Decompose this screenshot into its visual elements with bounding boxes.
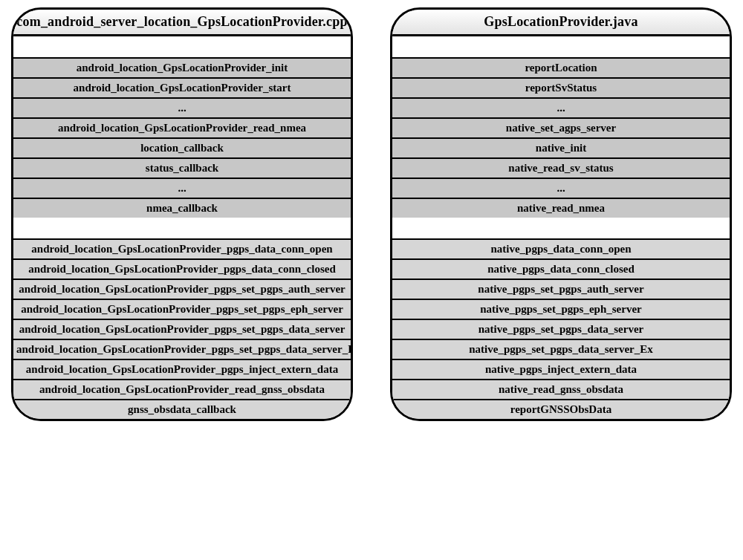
list-item: native_read_nmea [392,198,730,219]
list-item: native_pgps_data_conn_closed [392,258,730,280]
list-item: location_callback [13,137,351,159]
list-item: native_pgps_set_pgps_data_server [392,319,730,340]
list-item: native_read_gnss_obsdata [392,379,730,400]
list-item: gnss_obsdata_callback [13,399,351,420]
list-item: status_callback [13,157,351,179]
list-item: ... [392,178,730,199]
spacer [392,36,730,57]
card-java: GpsLocationProvider.java reportLocation … [390,7,732,421]
list-item: native_set_agps_server [392,117,730,139]
list-item: reportLocation [392,57,730,79]
list-item: native_pgps_set_pgps_eph_server [392,299,730,320]
list-item: native_init [392,137,730,159]
list-item: native_pgps_set_pgps_data_server_Ex [392,339,730,360]
card-java-group-b: native_pgps_data_conn_open native_pgps_d… [392,238,730,419]
list-item: android_location_GpsLocationProvider_ini… [13,57,351,79]
spacer [13,36,351,57]
list-item: android_location_GpsLocationProvider_pgp… [13,299,351,320]
list-item: reportGNSSObsData [392,399,730,420]
list-item: ... [13,178,351,199]
list-item: nmea_callback [13,198,351,219]
list-item: ... [392,97,730,119]
list-item: native_pgps_data_conn_open [392,238,730,260]
list-item: android_location_GpsLocationProvider_rea… [13,117,351,139]
spacer [392,218,730,238]
spacer [13,218,351,238]
list-item: reportSvStatus [392,77,730,99]
list-item: native_pgps_inject_extern_data [392,359,730,380]
list-item: native_pgps_set_pgps_auth_server [392,279,730,300]
list-item: android_location_GpsLocationProvider_rea… [13,379,351,400]
card-cpp-group-a: android_location_GpsLocationProvider_ini… [13,57,351,218]
list-item: android_location_GpsLocationProvider_sta… [13,77,351,99]
card-cpp-group-b: android_location_GpsLocationProvider_pgp… [13,238,351,419]
card-cpp: com_android_server_location_GpsLocationP… [11,7,353,421]
list-item: android_location_GpsLocationProvider_pgp… [13,238,351,260]
list-item: android_location_GpsLocationProvider_pgp… [13,258,351,280]
list-item: native_read_sv_status [392,157,730,179]
list-item: android_location_GpsLocationProvider_pgp… [13,339,351,360]
list-item: android_location_GpsLocationProvider_pgp… [13,319,351,340]
list-item: ... [13,97,351,119]
card-java-title: GpsLocationProvider.java [392,10,730,36]
card-java-group-a: reportLocation reportSvStatus ... native… [392,57,730,218]
card-cpp-title: com_android_server_location_GpsLocationP… [13,10,351,36]
list-item: android_location_GpsLocationProvider_pgp… [13,279,351,300]
list-item: android_location_GpsLocationProvider_pgp… [13,359,351,380]
